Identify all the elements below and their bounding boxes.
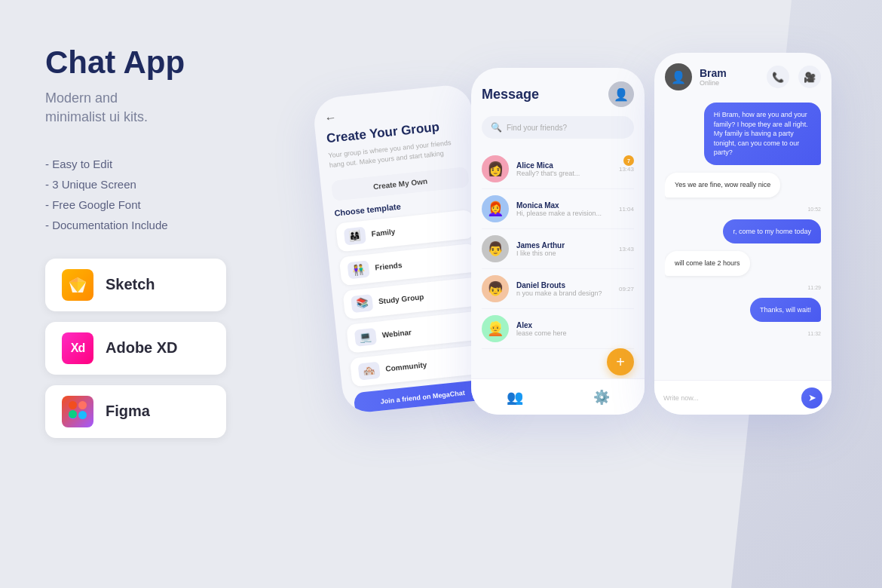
feature-item: - Documentation Include: [45, 219, 271, 231]
svg-rect-7: [69, 410, 77, 418]
bram-avatar: 👤: [665, 63, 692, 90]
svg-rect-4: [69, 401, 77, 409]
alice-name: Alice Mica: [516, 161, 619, 170]
daniel-name: Daniel Brouts: [516, 281, 619, 289]
daniel-time: 09:27: [619, 286, 634, 292]
search-placeholder: Find your friends?: [507, 124, 567, 132]
svg-rect-5: [78, 401, 87, 409]
call-button[interactable]: 📞: [767, 66, 789, 88]
daniel-avatar: 👦: [482, 275, 509, 302]
messages-title: Message: [482, 87, 539, 103]
features-list: - Easy to Edit - 3 Unique Screen - Free …: [45, 158, 271, 231]
phone-messages: Message 👤 🔍 Find your friends? 👩 Alice M…: [471, 68, 645, 415]
alex-avatar: 👱: [482, 315, 509, 342]
phone-chat: 👤 Bram Online 📞 🎥 Hi Bram, how are you a…: [654, 53, 831, 415]
webinar-icon: 💻: [354, 328, 377, 347]
friends-label: Friends: [375, 261, 403, 272]
webinar-label: Webinar: [381, 328, 412, 339]
chat-item-alice[interactable]: 👩 Alice Mica Really? that's great... 13:…: [482, 149, 634, 189]
chat-actions: 📞 🎥: [767, 66, 821, 88]
messages-header: Message 👤: [482, 81, 634, 107]
msg-time-1: 10:52: [807, 207, 821, 212]
msg-sent-1: Hi Bram, how are you and your family? I …: [704, 103, 821, 165]
message-input-area: Write now... ➤: [654, 380, 831, 415]
nav-settings-icon[interactable]: ⚙️: [593, 389, 610, 406]
monica-name: Monica Max: [516, 201, 619, 210]
friends-icon: 👫: [347, 260, 369, 279]
figma-label: Figma: [106, 403, 150, 420]
app-title: Chat App: [45, 45, 271, 80]
message-input[interactable]: Write now...: [663, 394, 795, 402]
study-label: Study Group: [378, 292, 424, 305]
alice-preview: Really? that's great...: [516, 170, 619, 177]
daniel-info: Daniel Brouts n you make a brand design?: [516, 281, 619, 297]
figma-badge[interactable]: Figma: [45, 385, 226, 438]
alex-name: Alex: [516, 321, 634, 329]
monica-preview: Hi, please make a revision...: [516, 210, 619, 217]
bram-name: Bram: [700, 67, 767, 79]
family-label: Family: [371, 228, 396, 238]
alice-badge: 7: [623, 155, 634, 166]
search-icon: 🔍: [491, 122, 502, 133]
video-button[interactable]: 🎥: [798, 66, 821, 88]
sketch-icon: [62, 269, 93, 301]
search-bar[interactable]: 🔍 Find your friends?: [482, 116, 634, 139]
monica-time: 11:04: [619, 206, 634, 213]
adobexd-badge[interactable]: Xd Adobe XD: [45, 322, 226, 375]
svg-point-8: [78, 411, 87, 419]
user-avatar: 👤: [608, 81, 634, 107]
monica-info: Monica Max Hi, please make a revision...: [516, 201, 619, 217]
james-info: James Arthur I like this one: [516, 241, 619, 257]
fab-add-button[interactable]: +: [607, 348, 634, 375]
alex-info: Alex lease come here: [516, 321, 634, 337]
msg-time-3: 11:32: [807, 331, 821, 336]
community-label: Community: [385, 360, 427, 373]
feature-item: - Free Google Font: [45, 198, 271, 211]
feature-item: - 3 Unique Screen: [45, 178, 271, 191]
chat-item-james[interactable]: 👨 James Arthur I like this one 13:43: [482, 229, 634, 269]
feature-item: - Easy to Edit: [45, 158, 271, 170]
study-icon: 📚: [351, 294, 373, 313]
phones-area: ← Create Your Group Your group is where …: [286, 0, 882, 588]
family-icon: 👨‍👩‍👧: [344, 226, 366, 245]
xd-icon: Xd: [62, 332, 93, 364]
nav-people-icon[interactable]: 👥: [507, 389, 523, 406]
chat-header: 👤 Bram Online 📞 🎥: [665, 63, 821, 90]
alice-info: Alice Mica Really? that's great...: [516, 161, 619, 177]
figma-icon: [62, 396, 93, 427]
app-subtitle: Modern andminimalist ui kits.: [45, 89, 271, 127]
msg-received-2: will come late 2 hours: [665, 251, 750, 276]
bram-info: Bram Online: [700, 67, 767, 87]
chat-item-alex[interactable]: 👱 Alex lease come here: [482, 309, 634, 349]
bram-status: Online: [700, 79, 767, 87]
alice-avatar: 👩: [482, 155, 509, 182]
daniel-preview: n you make a brand design?: [516, 289, 619, 297]
messages-area: Hi Bram, how are you and your family? I …: [665, 103, 821, 380]
chat-item-daniel[interactable]: 👦 Daniel Brouts n you make a brand desig…: [482, 269, 634, 309]
msg-time-2: 11:29: [807, 285, 821, 290]
sketch-badge[interactable]: Sketch: [45, 259, 226, 311]
monica-avatar: 👩‍🦰: [482, 195, 509, 222]
msg-received-1: Yes we are fine, wow really nice: [665, 173, 780, 198]
james-avatar: 👨: [482, 235, 509, 262]
community-icon: 🏘️: [358, 361, 381, 380]
chat-item-monica[interactable]: 👩‍🦰 Monica Max Hi, please make a revisio…: [482, 189, 634, 229]
james-preview: I like this one: [516, 250, 619, 257]
adobexd-label: Adobe XD: [106, 339, 178, 357]
send-button[interactable]: ➤: [801, 387, 822, 409]
sketch-label: Sketch: [106, 276, 155, 293]
alice-time: 13:43: [619, 166, 634, 173]
james-time: 13:43: [619, 246, 634, 253]
bottom-navigation: 👥 ⚙️: [471, 378, 645, 415]
left-panel: Chat App Modern andminimalist ui kits. -…: [45, 45, 271, 449]
alex-preview: lease come here: [516, 329, 634, 337]
msg-sent-3: Thanks, will wait!: [750, 298, 821, 323]
msg-sent-2: r, come to my home today: [723, 219, 821, 244]
james-name: James Arthur: [516, 241, 619, 250]
